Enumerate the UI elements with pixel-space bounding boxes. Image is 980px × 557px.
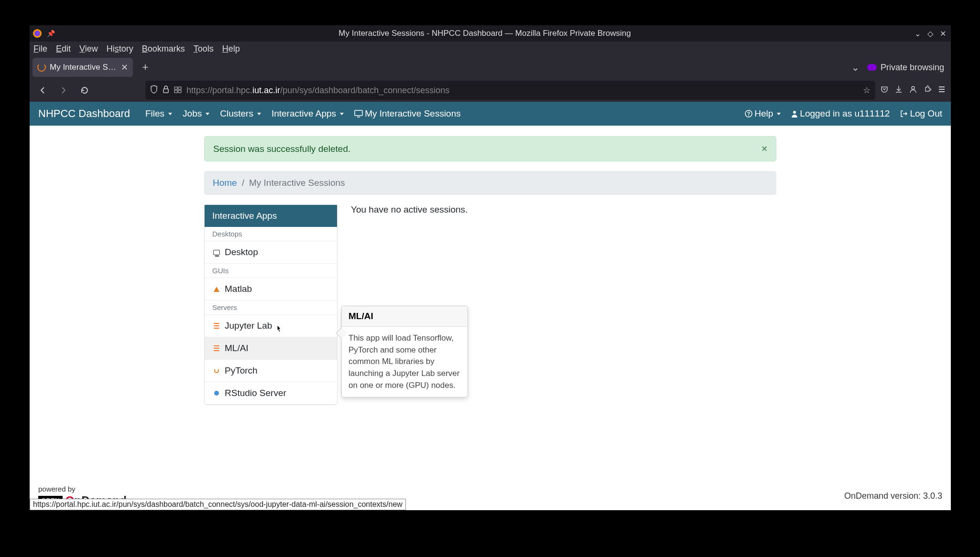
menu-edit[interactable]: Edit	[56, 44, 71, 54]
private-label: Private browsing	[881, 63, 944, 73]
nav-my-sessions[interactable]: My Interactive Sessions	[354, 108, 461, 119]
browser-tab[interactable]: My Interactive Sessions - N ✕	[33, 58, 133, 77]
downloads-icon[interactable]	[894, 85, 903, 96]
new-tab-button[interactable]: +	[137, 59, 154, 76]
sidebar-item-label: PyTorch	[225, 365, 258, 376]
nav-jobs[interactable]: Jobs	[183, 108, 209, 119]
menu-bookmarks[interactable]: Bookmarks	[142, 44, 185, 54]
status-bar-link: https://portal.hpc.iut.ac.ir/pun/sys/das…	[30, 499, 406, 510]
menu-file[interactable]: File	[33, 44, 47, 54]
nav-interactive-apps[interactable]: Interactive Apps	[272, 108, 344, 119]
sidebar-item-label: Jupyter Lab	[225, 321, 272, 331]
alert-close-icon[interactable]: ×	[762, 143, 767, 154]
sidebar-item-pytorch[interactable]: PyTorch	[205, 360, 337, 382]
svg-rect-2	[163, 89, 168, 93]
sidebar-item-jupyter-lab[interactable]: Jupyter Lab	[205, 315, 337, 337]
tooltip-title: ML/AI	[342, 306, 468, 327]
browser-tabbar: My Interactive Sessions - N ✕ + ⌄ Privat…	[30, 56, 951, 79]
breadcrumb-current: My Interactive Sessions	[249, 178, 345, 188]
help-icon: ?	[745, 110, 752, 118]
menu-view[interactable]: View	[79, 44, 98, 54]
sidebar: Interactive Apps Desktops Desktop GUIs M…	[204, 204, 338, 405]
sidebar-item-matlab[interactable]: Matlab	[205, 278, 337, 300]
svg-point-11	[793, 111, 796, 114]
user-icon	[791, 110, 798, 118]
matlab-icon	[212, 285, 221, 293]
tab-label: My Interactive Sessions - N	[50, 63, 118, 72]
svg-text:?: ?	[747, 111, 750, 117]
jupyter-icon	[212, 321, 221, 330]
back-button[interactable]	[34, 82, 51, 98]
mask-icon	[867, 64, 877, 71]
jupyter-icon	[212, 344, 221, 353]
desktop-icon	[212, 248, 221, 257]
nav-files[interactable]: Files	[145, 108, 172, 119]
sidebar-item-label: Matlab	[225, 284, 252, 294]
sidebar-group-desktops: Desktops	[205, 227, 337, 241]
sidebar-item-label: ML/AI	[225, 343, 249, 353]
url-bar[interactable]: https://portal.hpc.iut.ac.ir/pun/sys/das…	[145, 81, 875, 100]
nav-help[interactable]: ? Help	[745, 108, 781, 119]
reload-button[interactable]	[76, 82, 93, 98]
sidebar-item-ml-ai[interactable]: ML/AI	[205, 337, 337, 360]
tab-close-icon[interactable]: ✕	[121, 62, 128, 73]
hamburger-icon[interactable]	[937, 85, 946, 96]
nav-clusters[interactable]: Clusters	[220, 108, 261, 119]
pytorch-icon	[212, 366, 221, 375]
sidebar-item-label: RStudio Server	[225, 388, 286, 398]
svg-point-7	[912, 86, 915, 89]
permissions-icon[interactable]	[174, 86, 182, 96]
app-navbar: NHPCC Dashboard Files Jobs Clusters Inte…	[30, 102, 951, 126]
main-content: You have no active sessions.	[351, 204, 776, 215]
browser-toolbar: https://portal.hpc.iut.ac.ir/pun/sys/das…	[30, 79, 951, 102]
nav-logged-in[interactable]: Logged in as u111112	[791, 108, 890, 119]
svg-rect-4	[178, 87, 181, 89]
success-alert: Session was successfully deleted. ×	[204, 136, 776, 161]
sessions-icon	[354, 110, 363, 118]
sidebar-group-servers: Servers	[205, 300, 337, 315]
svg-rect-3	[174, 87, 177, 89]
tabs-dropdown-icon[interactable]: ⌄	[851, 62, 860, 73]
sidebar-item-desktop[interactable]: Desktop	[205, 241, 337, 264]
close-button[interactable]: ✕	[940, 29, 946, 38]
lock-icon[interactable]	[163, 86, 169, 96]
alert-text: Session was successfully deleted.	[213, 144, 350, 154]
breadcrumb: Home / My Interactive Sessions	[204, 171, 776, 195]
url-text: https://portal.hpc.iut.ac.ir/pun/sys/das…	[186, 86, 449, 96]
logout-icon	[900, 110, 908, 118]
private-browsing-badge: Private browsing	[867, 63, 944, 73]
sidebar-item-rstudio[interactable]: RStudio Server	[205, 382, 337, 405]
shield-icon[interactable]	[150, 85, 158, 96]
rstudio-icon	[212, 389, 221, 397]
menu-help[interactable]: Help	[222, 44, 240, 54]
version-text: OnDemand version: 3.0.3	[844, 491, 942, 501]
sidebar-item-label: Desktop	[225, 247, 258, 257]
browser-menubar: File Edit View History Bookmarks Tools H…	[30, 42, 951, 56]
svg-rect-8	[355, 110, 362, 116]
svg-point-1	[34, 31, 40, 36]
bookmark-star-icon[interactable]: ☆	[863, 85, 871, 96]
powered-by-label: powered by	[38, 485, 127, 493]
forward-button[interactable]	[55, 82, 72, 98]
extensions-icon[interactable]	[923, 85, 932, 96]
svg-rect-6	[178, 90, 181, 93]
menu-tools[interactable]: Tools	[194, 44, 214, 54]
window-titlebar: 📌 My Interactive Sessions - NHPCC Dashbo…	[30, 25, 951, 42]
account-icon[interactable]	[909, 85, 917, 96]
maximize-button[interactable]: ◇	[927, 29, 933, 38]
pocket-icon[interactable]	[880, 85, 889, 96]
brand[interactable]: NHPCC Dashboard	[38, 107, 130, 120]
sidebar-group-guis: GUIs	[205, 264, 337, 278]
sidebar-header: Interactive Apps	[205, 205, 337, 227]
tooltip-body: This app will load Tensorflow, PyTorch a…	[342, 327, 468, 397]
nav-logout[interactable]: Log Out	[900, 108, 942, 119]
breadcrumb-home[interactable]: Home	[213, 178, 237, 188]
window-title: My Interactive Sessions - NHPCC Dashboar…	[55, 29, 915, 38]
minimize-button[interactable]: ⌄	[915, 29, 921, 38]
tab-favicon-icon	[37, 63, 46, 72]
pin-icon[interactable]: 📌	[47, 30, 55, 37]
no-sessions-text: You have no active sessions.	[351, 204, 776, 215]
firefox-icon	[33, 29, 42, 38]
svg-rect-5	[174, 90, 177, 93]
menu-history[interactable]: History	[107, 44, 133, 54]
